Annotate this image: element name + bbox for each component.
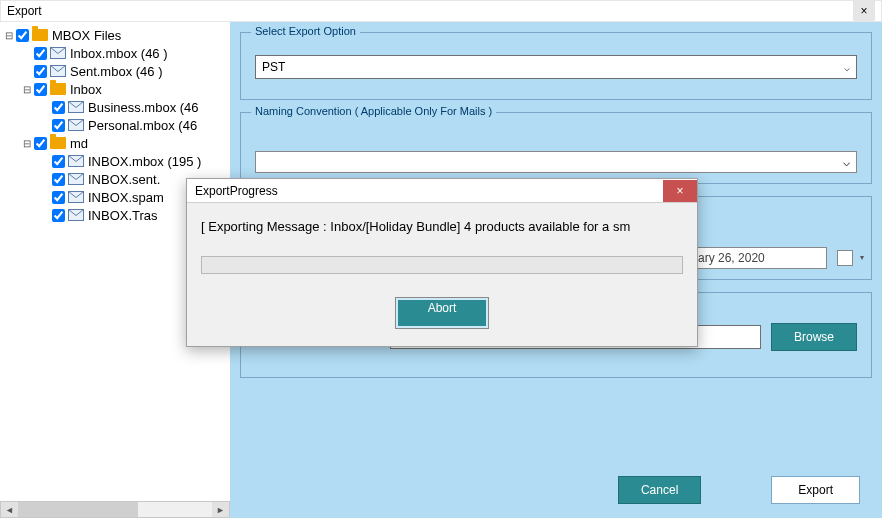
browse-button[interactable]: Browse — [771, 323, 857, 351]
mail-icon — [68, 101, 84, 113]
mail-icon — [68, 101, 84, 113]
group-title: Select Export Option — [251, 25, 360, 37]
mail-icon — [68, 119, 84, 131]
mail-icon — [68, 191, 84, 203]
folder-icon — [50, 83, 66, 95]
folder-icon — [32, 29, 48, 41]
mail-icon — [68, 191, 84, 203]
tree-label: Sent.mbox (46 ) — [70, 64, 163, 79]
tree-checkbox[interactable] — [34, 47, 47, 60]
chevron-down-icon: ⌵ — [843, 155, 850, 169]
tree-checkbox[interactable] — [52, 173, 65, 186]
modal-body: [ Exporting Message : Inbox/[Holiday Bun… — [187, 203, 697, 346]
scroll-track[interactable] — [18, 502, 212, 517]
tree-label: INBOX.Tras — [88, 208, 158, 223]
scroll-right-icon[interactable]: ► — [212, 502, 229, 517]
scroll-thumb[interactable] — [18, 502, 138, 517]
tree-item[interactable]: INBOX.mbox (195 ) — [2, 152, 228, 170]
abort-button[interactable]: Abort — [396, 298, 489, 328]
mail-icon — [50, 65, 66, 77]
modal-title: ExportProgress — [195, 184, 278, 198]
dialog-buttons: Cancel Export — [618, 476, 860, 504]
tree-checkbox[interactable] — [16, 29, 29, 42]
export-progress-dialog: ExportProgress × [ Exporting Message : I… — [186, 178, 698, 347]
mail-icon — [68, 119, 84, 131]
tree-item[interactable]: ⊟Inbox — [2, 80, 228, 98]
mail-icon — [50, 47, 66, 59]
calendar-icon[interactable] — [837, 250, 853, 266]
group-title: Naming Convention ( Applicable Only For … — [251, 105, 496, 117]
tree-checkbox[interactable] — [52, 101, 65, 114]
mail-icon — [68, 173, 84, 185]
tree-checkbox[interactable] — [34, 65, 47, 78]
tree-item[interactable]: Sent.mbox (46 ) — [2, 62, 228, 80]
naming-select[interactable]: ⌵ — [255, 151, 857, 173]
mail-icon — [68, 155, 84, 167]
tree-checkbox[interactable] — [52, 155, 65, 168]
cancel-button[interactable]: Cancel — [618, 476, 701, 504]
tree-label: INBOX.spam — [88, 190, 164, 205]
scroll-left-icon[interactable]: ◄ — [1, 502, 18, 517]
mail-icon — [50, 47, 66, 59]
expand-icon[interactable]: ⊟ — [20, 84, 34, 95]
tree-checkbox[interactable] — [34, 83, 47, 96]
export-button[interactable]: Export — [771, 476, 860, 504]
tree-label: md — [70, 136, 88, 151]
mail-icon — [68, 209, 84, 221]
export-format-select[interactable]: PST ⌵ — [255, 55, 857, 79]
tree-label: INBOX.sent. — [88, 172, 160, 187]
export-option-group: Select Export Option PST ⌵ — [240, 32, 872, 100]
mail-icon — [68, 209, 84, 221]
window-titlebar: Export × — [0, 0, 882, 22]
tree-label: Inbox — [70, 82, 102, 97]
export-status-text: [ Exporting Message : Inbox/[Holiday Bun… — [201, 219, 683, 234]
export-format-value: PST — [262, 60, 285, 74]
modal-actions: Abort — [201, 298, 683, 328]
tree-checkbox[interactable] — [34, 137, 47, 150]
modal-titlebar: ExportProgress × — [187, 179, 697, 203]
naming-convention-group: Naming Convention ( Applicable Only For … — [240, 112, 872, 184]
close-icon: × — [860, 4, 867, 18]
window-title: Export — [7, 4, 42, 18]
tree-checkbox[interactable] — [52, 119, 65, 132]
export-window: Export × ⊟ MBOX Files Inbox.mbox (46 )Se… — [0, 0, 882, 518]
tree-label: MBOX Files — [52, 28, 121, 43]
tree-root[interactable]: ⊟ MBOX Files — [2, 26, 228, 44]
tree-label: INBOX.mbox (195 ) — [88, 154, 201, 169]
horizontal-scrollbar[interactable]: ◄ ► — [0, 501, 230, 518]
tree-item[interactable]: Business.mbox (46 — [2, 98, 228, 116]
expand-icon[interactable]: ⊟ — [2, 30, 16, 41]
tree-checkbox[interactable] — [52, 209, 65, 222]
tree-checkbox[interactable] — [52, 191, 65, 204]
progress-bar — [201, 256, 683, 274]
mail-icon — [50, 65, 66, 77]
window-close-button[interactable]: × — [853, 1, 875, 21]
folder-icon — [50, 137, 66, 149]
tree-label: Inbox.mbox (46 ) — [70, 46, 168, 61]
expand-icon[interactable]: ⊟ — [20, 138, 34, 149]
tree-label: Business.mbox (46 — [88, 100, 199, 115]
mail-icon — [68, 155, 84, 167]
chevron-down-icon: ⌵ — [844, 62, 850, 73]
tree-item[interactable]: Personal.mbox (46 — [2, 116, 228, 134]
modal-close-button[interactable]: × — [663, 180, 697, 202]
tree-item[interactable]: ⊟md — [2, 134, 228, 152]
mail-icon — [68, 173, 84, 185]
tree-label: Personal.mbox (46 — [88, 118, 197, 133]
close-icon: × — [676, 184, 683, 198]
tree-item[interactable]: Inbox.mbox (46 ) — [2, 44, 228, 62]
